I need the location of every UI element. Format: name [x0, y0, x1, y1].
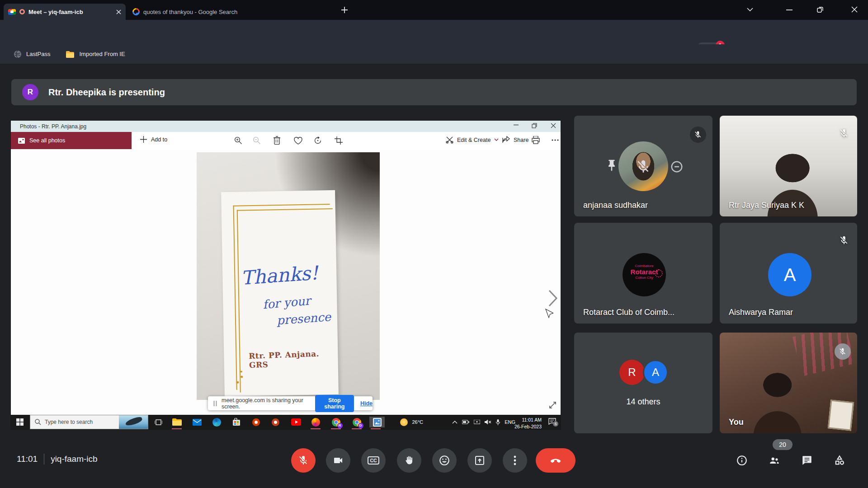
- others-count-label: 14 others: [574, 397, 712, 407]
- add-to-button[interactable]: Add to: [140, 136, 167, 143]
- tile-others[interactable]: R A 14 others: [574, 333, 712, 433]
- next-photo-button[interactable]: [548, 289, 558, 307]
- people-panel-button[interactable]: [766, 452, 783, 469]
- fullscreen-expand-icon[interactable]: [549, 401, 557, 409]
- bookmarks-bar: LastPass Imported From IE: [0, 44, 868, 64]
- share-button[interactable]: Share: [502, 136, 528, 144]
- window-close-button[interactable]: [851, 6, 858, 13]
- raise-hand-button[interactable]: [397, 448, 421, 473]
- volume-muted-icon[interactable]: [485, 419, 491, 425]
- pin-icon[interactable]: [606, 159, 618, 174]
- photos-minimize-button[interactable]: [514, 124, 519, 126]
- activities-button[interactable]: [831, 452, 848, 469]
- favorite-icon[interactable]: [294, 137, 302, 145]
- office-icon-2[interactable]: [269, 417, 282, 427]
- firefox-icon[interactable]: [309, 417, 322, 427]
- zoom-out-icon[interactable]: [253, 136, 261, 145]
- mic-off-overlay-icon[interactable]: [636, 159, 651, 174]
- photos-app-icon[interactable]: [369, 417, 385, 427]
- rotate-icon[interactable]: [314, 136, 322, 145]
- mic-toggle-button[interactable]: [291, 448, 316, 473]
- mic-muted-icon: [839, 235, 849, 245]
- more-icon[interactable]: [552, 139, 559, 141]
- zoom-in-icon[interactable]: [234, 136, 242, 145]
- participant-name: Aishwarya Ramar: [729, 308, 793, 317]
- captions-button[interactable]: CC: [361, 448, 386, 473]
- bookmark-lastpass[interactable]: LastPass: [14, 50, 50, 58]
- logo-line1: Coimbatore: [623, 264, 666, 268]
- chevron-up-icon[interactable]: [452, 420, 458, 424]
- chrome-profile-d-icon[interactable]: D: [350, 417, 363, 427]
- start-button[interactable]: [14, 417, 26, 427]
- browser-toolbar: meet.google.com/yiq-faam-icb?pli=1&authu…: [0, 20, 868, 44]
- weather-widget[interactable]: 26°C: [400, 415, 423, 429]
- tile-you[interactable]: You: [720, 333, 857, 433]
- mouse-cursor: [545, 309, 553, 320]
- tile-anjanaa[interactable]: anjanaa sudhakar: [574, 116, 712, 216]
- mail-icon[interactable]: [191, 417, 203, 427]
- youtube-icon[interactable]: [290, 417, 302, 427]
- battery-icon[interactable]: [462, 420, 469, 424]
- photos-restore-button[interactable]: [532, 123, 537, 128]
- search-icon: [35, 419, 41, 425]
- office-icon-1[interactable]: [250, 417, 262, 427]
- chat-panel-button[interactable]: [799, 452, 815, 469]
- file-explorer-icon[interactable]: [170, 417, 183, 427]
- weather-sun-icon: [400, 418, 408, 426]
- tile-rotaract[interactable]: Coimbatore Rotaract Cotton City Rotaract…: [574, 223, 712, 324]
- mic-muted-badge: [835, 343, 851, 360]
- tab-title: quotes of thankyou - Google Search: [143, 9, 237, 15]
- more-options-button[interactable]: [503, 448, 527, 473]
- presenter-avatar: R: [22, 84, 38, 100]
- see-all-photos-button[interactable]: See all photos: [11, 132, 132, 149]
- end-call-button[interactable]: [536, 448, 576, 473]
- language-indicator[interactable]: ENG: [505, 419, 515, 425]
- tab-meet[interactable]: Meet – yiq-faam-icb: [4, 4, 126, 20]
- camera-toggle-button[interactable]: [326, 448, 350, 473]
- hide-link[interactable]: Hide: [360, 400, 373, 407]
- bookmark-folder-imported[interactable]: Imported From IE: [66, 51, 125, 58]
- screen: { "browser": { "tab_meet": {"title": "Me…: [0, 0, 868, 488]
- folder-icon: [66, 51, 75, 58]
- presenting-text: Rtr. Dheepika is presenting: [48, 87, 165, 98]
- tray-date: 26-Feb-2023: [514, 423, 542, 430]
- meeting-details-button[interactable]: [734, 452, 750, 469]
- divider: [44, 454, 44, 465]
- tile-aishwarya[interactable]: A Aishwarya Ramar: [720, 223, 857, 324]
- edge-icon[interactable]: [210, 417, 223, 427]
- taskbar-search-box[interactable]: Type here to search: [30, 415, 148, 429]
- tile-jaya[interactable]: Rtr Jaya Suriyaa K K: [720, 116, 857, 216]
- google-favicon-icon: [131, 7, 142, 17]
- share-label: Share: [514, 137, 528, 143]
- remove-participant-icon[interactable]: [670, 160, 684, 174]
- task-view-button[interactable]: [152, 417, 165, 427]
- participant-name: Rotaract Club of Coimb...: [583, 308, 675, 317]
- delete-icon[interactable]: [274, 136, 280, 145]
- bookmark-label: Imported From IE: [79, 51, 125, 57]
- tab-close-icon[interactable]: [116, 9, 121, 14]
- store-icon[interactable]: [230, 417, 243, 427]
- meet-favicon-icon: [8, 9, 16, 15]
- present-screen-button[interactable]: [467, 448, 492, 473]
- temperature: 26°C: [412, 419, 423, 425]
- stop-sharing-button[interactable]: Stop sharing: [315, 395, 354, 412]
- clock[interactable]: 11:01 AM 26-Feb-2023: [514, 415, 542, 429]
- letter-avatar: A: [768, 253, 811, 296]
- edit-create-button[interactable]: Edit & Create: [446, 136, 499, 144]
- meeting-time: 11:01: [17, 454, 38, 464]
- notification-center-icon[interactable]: 6: [548, 418, 556, 425]
- chrome-profile-badge: D: [358, 423, 363, 428]
- print-icon[interactable]: [532, 136, 540, 144]
- microphone-icon[interactable]: [496, 419, 500, 425]
- photos-close-button[interactable]: [551, 123, 556, 128]
- reactions-button[interactable]: [432, 448, 457, 473]
- chrome-profile-r-icon[interactable]: R: [330, 417, 342, 427]
- window-minimize-button[interactable]: [786, 9, 793, 11]
- window-restore-button[interactable]: [816, 6, 824, 13]
- crop-icon[interactable]: [335, 136, 343, 145]
- new-tab-button[interactable]: [340, 5, 349, 14]
- tab-google-search[interactable]: quotes of thankyou - Google Search: [128, 4, 332, 20]
- mic-muted-badge: [690, 127, 706, 143]
- tab-search-chevron-icon[interactable]: [746, 7, 754, 12]
- display-icon[interactable]: [474, 420, 480, 425]
